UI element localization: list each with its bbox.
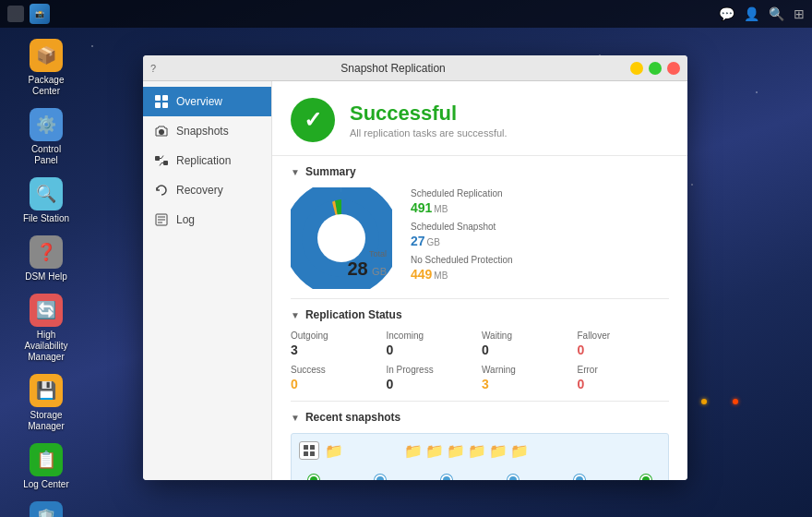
svg-rect-1 <box>162 95 168 101</box>
timeline-dot-3 <box>441 475 452 480</box>
svg-rect-7 <box>163 161 168 165</box>
timeline-dot-1 <box>308 475 319 480</box>
chat-icon[interactable]: 💬 <box>719 6 734 21</box>
replication-label: Replication <box>176 154 231 167</box>
stat-outgoing-label: Outgoing <box>291 331 383 341</box>
stat-fallover-label: Fallover <box>578 331 670 341</box>
stat-in-progress: In Progress 0 <box>387 365 479 391</box>
search-icon[interactable]: 🔍 <box>769 6 784 21</box>
desktop-icons: 📦 Package Center ⚙️ Control Panel 🔍 File… <box>17 35 76 517</box>
replication-status-section: ▼ Replication Status Outgoing 3 Incoming… <box>272 299 687 401</box>
status-success-icon: ✓ <box>291 98 335 142</box>
sidebar-item-log[interactable]: Log <box>143 205 271 234</box>
snapshots-container: 📁 📁 📁 📁 📁 📁 📁 <box>291 433 669 480</box>
replication-icon <box>154 153 169 168</box>
snapshots-toolbar: 📁 📁 📁 📁 📁 📁 📁 <box>299 441 661 460</box>
legend-item-scheduled-replication: Scheduled Replication 491MB <box>411 188 669 216</box>
stat-warning: Warning 3 <box>482 365 574 391</box>
stat-success-label: Success <box>291 365 383 375</box>
svg-rect-0 <box>155 95 161 101</box>
desktop: 📸 💬 👤 🔍 ⊞ 📦 Package Center ⚙️ Control Pa… <box>0 0 812 517</box>
folder-icon-6: 📁 <box>489 442 508 460</box>
svg-rect-14 <box>304 445 308 450</box>
recent-snapshots-section: ▼ Recent snapshots <box>272 402 687 480</box>
snapshots-arrow-icon: ▼ <box>291 413 300 423</box>
sidebar-item-recovery[interactable]: Recovery <box>143 175 271 205</box>
status-description: All replication tasks are successful. <box>350 127 508 138</box>
topbar-left: 📸 <box>7 4 50 24</box>
snapshots-view-button[interactable] <box>299 441 319 460</box>
summary-label: Summary <box>305 165 356 178</box>
folder-icon-7: 📁 <box>510 442 529 460</box>
summary-arrow-icon: ▼ <box>291 167 300 177</box>
stat-error: Error 0 <box>578 365 670 391</box>
legend-label-2: No Scheduled Protection <box>411 255 669 265</box>
desktop-icon-security-advisor[interactable]: 🛡️ Security Advisor <box>17 498 76 517</box>
topbar-right: 💬 👤 🔍 ⊞ <box>719 6 805 21</box>
pie-chart: Total 28 GB <box>291 187 392 289</box>
replication-section-header[interactable]: ▼ Replication Status <box>291 308 669 321</box>
svg-rect-17 <box>310 451 315 456</box>
total-unit: GB <box>372 266 387 277</box>
road-lights <box>701 397 738 406</box>
apps-grid-icon[interactable] <box>7 6 24 22</box>
snapshots-section-header[interactable]: ▼ Recent snapshots <box>291 411 669 424</box>
total-value: 28 <box>347 258 367 279</box>
overview-icon <box>154 94 169 109</box>
desktop-icon-control-panel[interactable]: ⚙️ Control Panel <box>17 104 76 170</box>
svg-rect-6 <box>155 156 160 161</box>
legend-value-2: 449 <box>411 267 432 282</box>
timeline-dots <box>299 475 661 480</box>
stat-incoming: Incoming 0 <box>387 331 479 357</box>
folder-icon-2: 📁 <box>404 442 423 460</box>
sidebar-item-overview[interactable]: Overview <box>143 87 271 116</box>
content-area: ✓ Successful All replication tasks are s… <box>272 81 687 480</box>
stat-inprogress-value: 0 <box>387 377 479 391</box>
legend-unit-1: GB <box>427 237 440 247</box>
svg-rect-16 <box>304 451 308 456</box>
stat-inprogress-label: In Progress <box>387 365 479 375</box>
stat-success: Success 0 <box>291 365 383 391</box>
grid-menu-icon[interactable]: ⊞ <box>794 6 805 21</box>
legend-item-scheduled-snapshot: Scheduled Snapshot 27GB <box>411 222 669 249</box>
taskbar-app-snapshot[interactable]: 📸 <box>30 4 50 24</box>
legend-unit-0: MB <box>434 204 448 214</box>
status-header: ✓ Successful All replication tasks are s… <box>272 81 687 156</box>
snapshots-label: Snapshots <box>176 125 229 138</box>
summary-section-header[interactable]: ▼ Summary <box>291 165 669 178</box>
legend-value-1: 27 <box>411 234 425 248</box>
stat-outgoing-value: 3 <box>291 343 383 357</box>
folder-icon-3: 📁 <box>425 442 444 460</box>
sidebar-item-snapshots[interactable]: Snapshots <box>143 116 271 146</box>
log-label: Log <box>176 213 195 226</box>
close-button[interactable]: × <box>667 62 680 75</box>
desktop-icon-dsm-help[interactable]: ❓ DSM Help <box>17 232 76 286</box>
desktop-icon-package-center[interactable]: 📦 Package Center <box>17 35 76 101</box>
titlebar-controls: − □ × <box>630 62 680 75</box>
sidebar-item-replication[interactable]: Replication <box>143 146 271 175</box>
maximize-button[interactable]: □ <box>649 62 662 75</box>
desktop-icon-storage-manager[interactable]: 💾 Storage Manager <box>17 370 76 436</box>
recovery-icon <box>154 183 169 198</box>
snapshots-section-label: Recent snapshots <box>305 411 400 424</box>
stat-waiting-label: Waiting <box>482 331 574 341</box>
minimize-button[interactable]: − <box>630 62 643 75</box>
stat-incoming-value: 0 <box>387 343 479 357</box>
stat-fallover: Fallover 0 <box>578 331 670 357</box>
stat-outgoing: Outgoing 3 <box>291 331 383 357</box>
titlebar: ? Snapshot Replication − □ × <box>143 55 687 81</box>
svg-rect-15 <box>310 445 315 450</box>
desktop-icon-log-center[interactable]: 📋 Log Center <box>17 439 76 494</box>
desktop-icon-file-station[interactable]: 🔍 File Station <box>17 174 76 228</box>
stat-fallover-value: 0 <box>578 343 670 357</box>
stat-warning-value: 3 <box>482 377 574 391</box>
overview-label: Overview <box>176 95 222 108</box>
legend-unit-2: MB <box>434 271 448 281</box>
summary-legend: Scheduled Replication 491MB Scheduled Sn… <box>411 188 669 288</box>
pie-total: Total 28 GB <box>347 249 387 280</box>
folder-icon-4: 📁 <box>447 442 465 460</box>
desktop-icon-high-availability[interactable]: 🔄 High Availability Manager <box>17 290 76 367</box>
camera-icon <box>154 124 169 138</box>
stat-waiting-value: 0 <box>482 343 574 357</box>
user-icon[interactable]: 👤 <box>744 6 759 21</box>
